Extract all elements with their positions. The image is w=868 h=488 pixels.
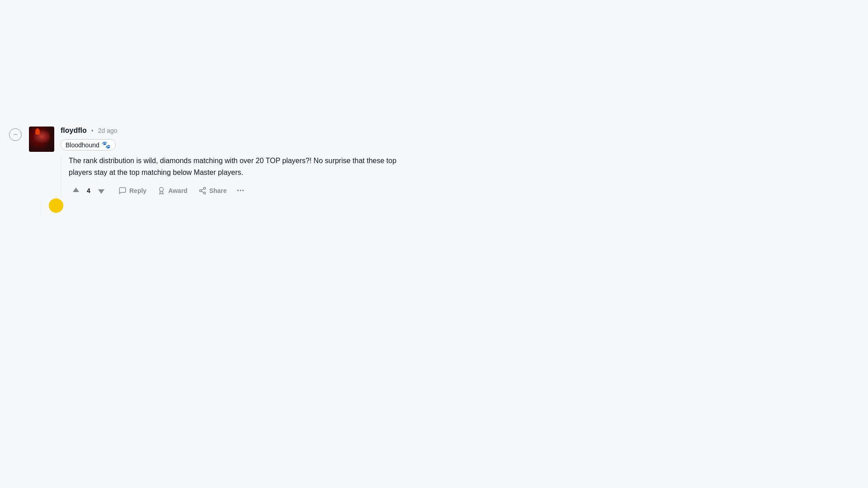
vote-count: 4 bbox=[85, 187, 92, 194]
upvote-icon bbox=[71, 186, 80, 195]
thread-line bbox=[61, 155, 61, 198]
award-button[interactable]: Award bbox=[153, 184, 192, 197]
svg-line-4 bbox=[201, 191, 203, 192]
dot-separator: • bbox=[91, 127, 94, 134]
upvote-button[interactable] bbox=[69, 183, 83, 198]
comment-body: floydflo • 2d ago Bloodhound 🐾 bbox=[29, 127, 859, 198]
username[interactable]: floydflo bbox=[61, 127, 87, 135]
reply-button[interactable]: Reply bbox=[114, 184, 151, 197]
award-label: Award bbox=[168, 187, 188, 194]
svg-point-2 bbox=[199, 189, 202, 192]
share-icon bbox=[198, 187, 207, 195]
comment-text-body: The rank distribution is wild, diamonds … bbox=[69, 155, 859, 198]
reply-avatar-placeholder bbox=[49, 198, 63, 213]
downvote-icon bbox=[97, 186, 106, 195]
share-button[interactable]: Share bbox=[194, 184, 231, 197]
downvote-button[interactable] bbox=[94, 183, 108, 198]
sub-thread-line bbox=[41, 198, 42, 216]
flair-badge[interactable]: Bloodhound 🐾 bbox=[61, 139, 116, 150]
more-button[interactable]: ··· bbox=[233, 183, 248, 198]
reply-label: Reply bbox=[129, 187, 146, 194]
flair-emoji: 🐾 bbox=[102, 141, 111, 149]
flair-label: Bloodhound bbox=[66, 141, 99, 149]
avatar-image bbox=[29, 127, 54, 152]
comment-main: − floydflo • 2d ago bbox=[9, 127, 859, 198]
page-container: − floydflo • 2d ago bbox=[0, 0, 868, 488]
comment-right: floydflo • 2d ago Bloodhound 🐾 bbox=[61, 127, 859, 198]
svg-line-5 bbox=[201, 189, 203, 190]
comment-header: floydflo • 2d ago bbox=[61, 127, 859, 135]
comment-text-container: The rank distribution is wild, diamonds … bbox=[61, 155, 859, 198]
svg-point-0 bbox=[160, 187, 164, 191]
thread-connector bbox=[9, 198, 859, 216]
collapse-button[interactable]: − bbox=[9, 128, 22, 141]
vote-section: 4 bbox=[69, 183, 108, 198]
svg-point-3 bbox=[203, 192, 206, 194]
share-label: Share bbox=[209, 187, 227, 194]
more-icon: ··· bbox=[237, 185, 245, 196]
reply-icon bbox=[118, 187, 127, 195]
collapse-icon: − bbox=[13, 131, 17, 138]
svg-point-1 bbox=[203, 187, 206, 189]
comment-actions: 4 bbox=[69, 183, 859, 198]
award-icon bbox=[157, 187, 165, 195]
comment-content: floydflo • 2d ago Bloodhound 🐾 bbox=[29, 127, 859, 198]
timestamp: 2d ago bbox=[98, 127, 118, 134]
comment-text: The rank distribution is wild, diamonds … bbox=[69, 155, 702, 178]
comment-text-line1: The rank distribution is wild, diamonds … bbox=[69, 157, 396, 164]
comment-text-line2: players stay at the top matching below M… bbox=[69, 169, 243, 176]
avatar bbox=[29, 127, 54, 152]
comment-wrapper: − floydflo • 2d ago bbox=[9, 127, 859, 216]
